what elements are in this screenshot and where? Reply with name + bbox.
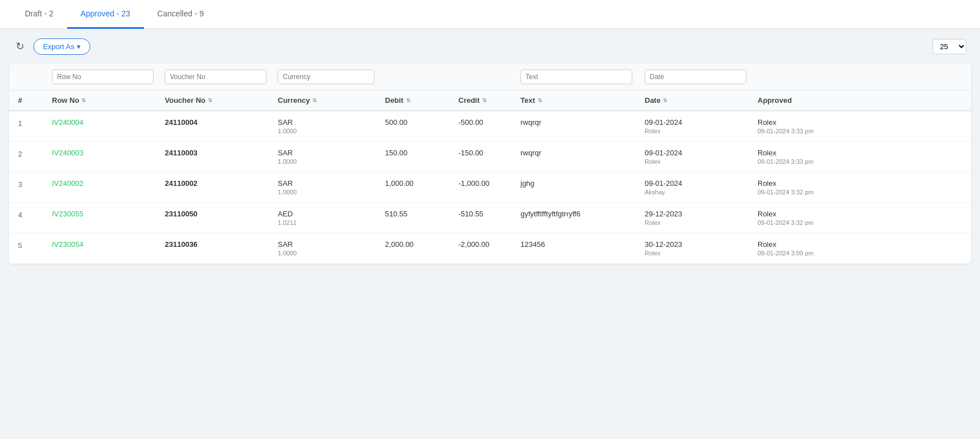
row-no-cell[interactable]: IV230055 bbox=[52, 210, 165, 218]
date-sub: Rolex bbox=[645, 158, 758, 165]
credit-cell: -1,000.00 bbox=[458, 179, 520, 188]
row-no-link[interactable]: IV240003 bbox=[52, 149, 84, 157]
currency-cell: SAR 1.0000 bbox=[278, 179, 385, 195]
tabs-container: Draft - 2 Approved - 23 Cancelled - 9 bbox=[0, 0, 980, 29]
sort-icon-currency: ⇅ bbox=[312, 98, 317, 103]
row-no-link[interactable]: IV240002 bbox=[52, 179, 84, 188]
filter-row bbox=[9, 64, 971, 90]
row-number: 2 bbox=[18, 149, 52, 158]
voucher-no-cell: 24110003 bbox=[165, 149, 278, 157]
currency-code: SAR bbox=[278, 149, 385, 157]
row-no-cell[interactable]: IV230054 bbox=[52, 240, 165, 249]
table-container: # Row No ⇅ Voucher No ⇅ Currency ⇅ Debit… bbox=[9, 64, 971, 264]
table-row: 4 IV230055 23110050 AED 1.0211 510.55 -5… bbox=[9, 203, 971, 233]
sort-icon-voucher-no: ⇅ bbox=[208, 98, 212, 103]
debit-cell: 500.00 bbox=[385, 118, 458, 127]
col-credit[interactable]: Credit ⇅ bbox=[458, 96, 520, 105]
currency-rate: 1.0000 bbox=[278, 158, 385, 165]
credit-cell: -150.00 bbox=[458, 149, 520, 157]
date-filter[interactable] bbox=[645, 69, 746, 84]
table-row: 1 IV240004 24110004 SAR 1.0000 500.00 -5… bbox=[9, 111, 971, 142]
refresh-button[interactable]: ↻ bbox=[14, 38, 27, 55]
voucher-no-cell: 24110004 bbox=[165, 118, 278, 127]
text-cell: 123456 bbox=[520, 240, 645, 249]
approved-date: 09-01-2024 3:33 pm bbox=[758, 128, 870, 134]
col-voucher-no[interactable]: Voucher No ⇅ bbox=[165, 96, 278, 105]
text-filter[interactable] bbox=[520, 69, 632, 84]
voucher-no-filter[interactable] bbox=[165, 69, 266, 84]
tab-draft[interactable]: Draft - 2 bbox=[11, 0, 67, 29]
row-no-cell[interactable]: IV240003 bbox=[52, 149, 165, 157]
currency-filter[interactable] bbox=[278, 69, 374, 84]
col-approved: Approved bbox=[758, 96, 870, 105]
voucher-no-cell: 23110036 bbox=[165, 240, 278, 249]
approved-cell: Rolex 09-01-2024 3:09 pm bbox=[758, 240, 870, 257]
row-no-link[interactable]: IV240004 bbox=[52, 118, 84, 127]
tab-approved[interactable]: Approved - 23 bbox=[67, 0, 144, 29]
col-row-no[interactable]: Row No ⇅ bbox=[52, 96, 165, 105]
date-value: 30-12-2023 bbox=[645, 240, 758, 249]
date-sub: Akshay bbox=[645, 189, 758, 195]
text-cell: rwqrqr bbox=[520, 118, 645, 127]
date-value: 09-01-2024 bbox=[645, 118, 758, 127]
col-hash: # bbox=[18, 96, 52, 105]
export-button[interactable]: Export As ▾ bbox=[33, 38, 90, 55]
table-header: # Row No ⇅ Voucher No ⇅ Currency ⇅ Debit… bbox=[9, 90, 971, 111]
debit-cell: 150.00 bbox=[385, 149, 458, 157]
currency-cell: AED 1.0211 bbox=[278, 210, 385, 226]
credit-cell: -2,000.00 bbox=[458, 240, 520, 249]
debit-cell: 510.55 bbox=[385, 210, 458, 218]
row-number: 3 bbox=[18, 179, 52, 189]
date-value: 09-01-2024 bbox=[645, 179, 758, 188]
approved-name: Rolex bbox=[758, 149, 870, 157]
date-cell: 30-12-2023 Rolex bbox=[645, 240, 758, 257]
debit-cell: 2,000.00 bbox=[385, 240, 458, 249]
chevron-down-icon: ▾ bbox=[77, 42, 81, 51]
table-body: 1 IV240004 24110004 SAR 1.0000 500.00 -5… bbox=[9, 111, 971, 264]
date-cell: 09-01-2024 Rolex bbox=[645, 118, 758, 134]
date-cell: 09-01-2024 Rolex bbox=[645, 149, 758, 165]
sort-icon-date: ⇅ bbox=[663, 98, 667, 103]
table-row: 5 IV230054 23110036 SAR 1.0000 2,000.00 … bbox=[9, 233, 971, 264]
row-no-link[interactable]: IV230055 bbox=[52, 210, 84, 218]
currency-cell: SAR 1.0000 bbox=[278, 240, 385, 257]
sort-icon-text: ⇅ bbox=[537, 98, 542, 103]
date-sub: Rolex bbox=[645, 250, 758, 257]
row-number: 5 bbox=[18, 240, 52, 250]
row-number: 4 bbox=[18, 210, 52, 219]
date-cell: 29-12-2023 Rolex bbox=[645, 210, 758, 226]
col-text[interactable]: Text ⇅ bbox=[520, 96, 645, 105]
approved-name: Rolex bbox=[758, 210, 870, 218]
voucher-no-cell: 24110002 bbox=[165, 179, 278, 188]
approved-cell: Rolex 09-01-2024 3:32 pm bbox=[758, 179, 870, 195]
currency-cell: SAR 1.0000 bbox=[278, 149, 385, 165]
col-currency[interactable]: Currency ⇅ bbox=[278, 96, 385, 105]
col-debit[interactable]: Debit ⇅ bbox=[385, 96, 458, 105]
approved-date: 09-01-2024 3:09 pm bbox=[758, 250, 870, 257]
approved-date: 09-01-2024 3:32 pm bbox=[758, 219, 870, 226]
credit-cell: -510.55 bbox=[458, 210, 520, 218]
tab-cancelled[interactable]: Cancelled - 9 bbox=[144, 0, 218, 29]
currency-rate: 1.0000 bbox=[278, 250, 385, 257]
approved-cell: Rolex 09-01-2024 3:33 pm bbox=[758, 118, 870, 134]
text-cell: gyfytfftfftyftfgtrryff6 bbox=[520, 210, 645, 218]
row-number: 1 bbox=[18, 118, 52, 128]
approved-cell: Rolex 09-01-2024 3:32 pm bbox=[758, 210, 870, 226]
row-no-filter[interactable] bbox=[52, 69, 154, 84]
approved-date: 09-01-2024 3:33 pm bbox=[758, 158, 870, 165]
row-no-cell[interactable]: IV240002 bbox=[52, 179, 165, 188]
approved-cell: Rolex 09-01-2024 3:33 pm bbox=[758, 149, 870, 165]
table-row: 3 IV240002 24110002 SAR 1.0000 1,000.00 … bbox=[9, 172, 971, 203]
row-no-link[interactable]: IV230054 bbox=[52, 240, 84, 249]
currency-rate: 1.0000 bbox=[278, 189, 385, 195]
row-no-cell[interactable]: IV240004 bbox=[52, 118, 165, 127]
sort-icon-credit: ⇅ bbox=[482, 98, 487, 103]
currency-rate: 1.0211 bbox=[278, 219, 385, 226]
approved-name: Rolex bbox=[758, 179, 870, 188]
date-sub: Rolex bbox=[645, 219, 758, 226]
currency-code: SAR bbox=[278, 240, 385, 249]
page-size-select[interactable]: 25 50 100 bbox=[933, 39, 966, 54]
col-date[interactable]: Date ⇅ bbox=[645, 96, 758, 105]
currency-code: SAR bbox=[278, 118, 385, 127]
table-row: 2 IV240003 24110003 SAR 1.0000 150.00 -1… bbox=[9, 142, 971, 172]
